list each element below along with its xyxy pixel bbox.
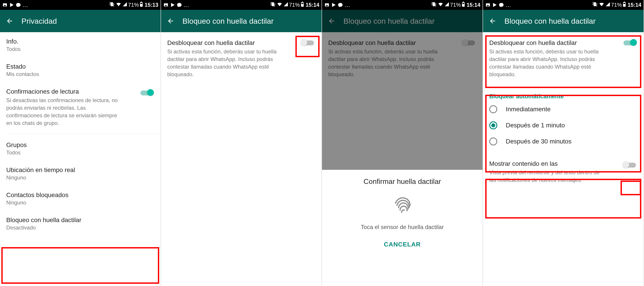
show-content-toggle[interactable] (622, 161, 637, 169)
auto-lock-section-label: Bloquear automáticamente (483, 89, 644, 101)
vibrate-icon (270, 1, 276, 9)
app-bar: Privacidad (0, 10, 160, 32)
svg-marker-29 (444, 2, 448, 6)
content: Info. Todos Estado Mis contactos Confirm… (0, 32, 160, 286)
row-sub: Si desactivas las confirmaciones de lect… (6, 97, 122, 127)
privacy-row-status[interactable]: Estado Mis contactos (0, 57, 160, 82)
vibrate-icon (431, 1, 437, 9)
show-content-row[interactable]: Mostrar contenido en las Vista previa de… (483, 154, 644, 189)
wifi-icon (599, 1, 604, 9)
status-left: … (2, 2, 28, 9)
fingerprint-sheet: Confirmar huella dactilar Toca el sensor… (322, 170, 482, 286)
row-sub: Todos (6, 46, 154, 52)
row-sub: Si activas esta función, deberás usar tu… (167, 48, 283, 78)
signal-icon (605, 2, 610, 8)
svg-marker-35 (493, 3, 496, 7)
radio-label: Inmediatamente (506, 106, 551, 113)
privacy-row-fingerprint[interactable]: Bloqueo con huella dactilar Desactivado (0, 211, 160, 236)
row-title: Desbloquear con huella dactilar (167, 39, 315, 47)
status-bar: … 71% 15:13 (0, 0, 160, 10)
wifi-icon (438, 1, 444, 9)
unlock-toggle[interactable] (300, 39, 315, 47)
screen-fingerprint-off: … 71% 15:14 Bloqueo con huella dactilar … (161, 0, 322, 286)
privacy-row-read-receipts[interactable]: Confirmaciones de lectura Si desactivas … (0, 82, 160, 132)
play-store-icon (492, 2, 497, 8)
fingerprint-icon (390, 192, 415, 217)
radio-label: Después de 1 minuto (506, 122, 565, 129)
play-store-icon (331, 2, 336, 8)
status-left: … (163, 2, 189, 9)
radio-icon (489, 121, 497, 129)
auto-lock-option-1min[interactable]: Después de 1 minuto (483, 117, 644, 133)
cancel-button[interactable]: CANCELAR (384, 241, 421, 248)
row-sub: Si activas esta función, deberás usar tu… (489, 48, 605, 78)
messenger-icon (16, 2, 21, 8)
ellipsis-icon: … (22, 2, 28, 9)
signal-icon (444, 2, 449, 8)
auto-lock-option-immediate[interactable]: Inmediatamente (483, 101, 644, 117)
privacy-row-blocked[interactable]: Contactos bloqueados Ninguno (0, 186, 160, 211)
row-sub: Todos (6, 149, 154, 156)
battery-percent: 71% (128, 2, 139, 8)
sheet-title: Confirmar huella dactilar (364, 177, 441, 186)
status-right: 71% 15:14 (270, 1, 319, 9)
unlock-fingerprint-row[interactable]: Desbloquear con huella dactilar Si activ… (483, 32, 644, 83)
privacy-row-info[interactable]: Info. Todos (0, 32, 160, 57)
gallery-icon (485, 2, 490, 8)
back-icon[interactable] (167, 17, 174, 25)
svg-rect-10 (140, 3, 142, 4)
row-sub: Vista previa del remitente y del texto d… (489, 169, 605, 184)
messenger-icon (338, 2, 343, 8)
gallery-icon (2, 2, 8, 8)
radio-icon (489, 137, 497, 145)
divider (6, 134, 160, 134)
radio-label: Después de 30 minutos (506, 138, 572, 145)
row-title: Desbloquear con huella dactilar (489, 39, 637, 47)
ellipsis-icon: … (183, 2, 189, 9)
play-store-icon (9, 2, 14, 8)
clock: 15:14 (467, 2, 480, 8)
content: Desbloquear con huella dactilar Si activ… (161, 32, 322, 286)
svg-marker-13 (171, 3, 174, 7)
vibrate-icon (592, 1, 598, 9)
page-title: Bloqueo con huella dactilar (182, 17, 274, 26)
status-right: 71% 15:14 (431, 1, 480, 9)
svg-marker-18 (284, 2, 288, 6)
gallery-icon (163, 2, 168, 8)
signal-icon (122, 2, 127, 8)
privacy-row-live-location[interactable]: Ubicación en tiempo real Ninguno (0, 161, 160, 186)
status-bar: … 71% 15:14 (161, 0, 322, 10)
unlock-toggle[interactable] (622, 39, 637, 47)
svg-rect-41 (624, 2, 625, 2)
svg-marker-7 (122, 2, 126, 6)
status-left: … (485, 2, 511, 9)
radio-icon (489, 105, 497, 113)
screen-fingerprint-on: … 71% 15:14 Bloqueo con huella dactilar … (483, 0, 644, 286)
vibrate-icon (109, 1, 115, 9)
status-left: … (324, 2, 350, 9)
svg-rect-43 (624, 3, 625, 4)
row-sub: Desactivado (6, 224, 154, 231)
row-title: Confirmaciones de lectura (6, 87, 154, 96)
screen-privacy: … 71% 15:13 Privacidad Info. Todos Estad… (0, 0, 161, 286)
back-icon[interactable] (6, 17, 14, 25)
clock: 15:13 (145, 2, 158, 8)
svg-rect-32 (462, 3, 464, 4)
signal-icon (283, 2, 288, 8)
row-sub: Ninguno (6, 174, 154, 181)
content: Desbloquear con huella dactilar Si activ… (483, 32, 644, 286)
auto-lock-option-30min[interactable]: Después de 30 minutos (483, 133, 644, 149)
messenger-icon (177, 2, 182, 8)
status-bar: … 71% 15:14 (322, 0, 482, 10)
unlock-fingerprint-row[interactable]: Desbloquear con huella dactilar Si activ… (161, 32, 322, 83)
row-sub: Mis contactos (6, 71, 154, 77)
back-icon[interactable] (489, 17, 496, 25)
status-right: 71% 15:13 (109, 1, 158, 9)
row-title: Ubicación en tiempo real (6, 166, 154, 174)
svg-marker-40 (606, 2, 610, 6)
ellipsis-icon: … (505, 2, 511, 9)
status-right: 71% 15:14 (592, 1, 641, 9)
read-receipts-toggle[interactable] (139, 89, 154, 97)
svg-marker-24 (332, 3, 336, 7)
privacy-row-groups[interactable]: Grupos Todos (0, 136, 160, 161)
